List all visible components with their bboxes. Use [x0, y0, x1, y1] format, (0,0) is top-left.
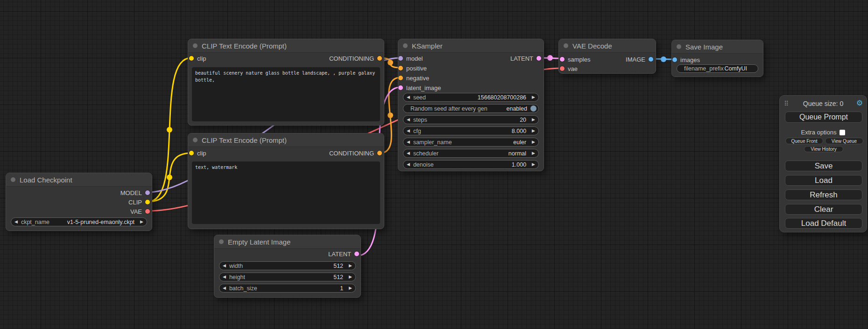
output-port-model[interactable]: [145, 190, 150, 195]
increment-arrow-icon[interactable]: ▶: [349, 275, 352, 279]
widget-filename-prefix[interactable]: filename_prefix ComfyUI: [677, 64, 758, 73]
extra-options-checkbox[interactable]: [840, 130, 845, 135]
node-title-bar[interactable]: Save Image: [672, 40, 763, 54]
output-port-latent[interactable]: [536, 56, 541, 61]
increment-arrow-icon[interactable]: ▶: [349, 286, 352, 290]
node-empty-latent-image[interactable]: Empty Latent Image LATENT ◀ width 512 ▶ …: [214, 235, 361, 298]
clear-button[interactable]: Clear: [785, 204, 862, 215]
node-title-bar[interactable]: KSampler: [398, 39, 543, 53]
increment-arrow-icon[interactable]: ▶: [532, 95, 535, 99]
port-row: images: [672, 55, 763, 64]
output-row: CONDITIONING: [188, 148, 384, 158]
node-title: Empty Latent Image: [228, 238, 290, 246]
input-port-positive[interactable]: [398, 66, 403, 70]
node-title-bar[interactable]: CLIP Text Encode (Prompt): [188, 39, 384, 53]
save-button[interactable]: Save: [785, 161, 862, 171]
load-button[interactable]: Load: [785, 175, 862, 186]
increment-arrow-icon[interactable]: ▶: [140, 220, 143, 224]
collapse-dot-icon[interactable]: [193, 43, 198, 48]
collapse-dot-icon[interactable]: [403, 43, 408, 48]
link-midpoint-dot: [388, 60, 393, 65]
increment-arrow-icon[interactable]: ▶: [532, 140, 535, 144]
widget-cfg[interactable]: ◀ cfg 8.000 ▶: [403, 126, 539, 135]
collapse-dot-icon[interactable]: [193, 138, 198, 142]
decrement-arrow-icon[interactable]: ◀: [407, 118, 410, 122]
node-title-bar[interactable]: Empty Latent Image: [214, 235, 360, 249]
link-midpoint-dot: [661, 56, 666, 62]
output-port-conditioning[interactable]: [377, 151, 382, 155]
widget-height[interactable]: ◀ height 512 ▶: [219, 273, 356, 281]
node-title-bar[interactable]: Load Checkpoint: [6, 173, 152, 187]
collapse-dot-icon[interactable]: [219, 239, 224, 244]
port-row: negative: [398, 73, 543, 83]
widget-ckpt-name[interactable]: ◀ ckpt_name v1-5-pruned-emaonly.ckpt ▶: [11, 217, 147, 226]
node-title: CLIP Text Encode (Prompt): [202, 136, 287, 144]
output-row: CONDITIONING: [188, 54, 384, 63]
decrement-arrow-icon[interactable]: ◀: [223, 275, 226, 279]
collapse-dot-icon[interactable]: [677, 44, 681, 49]
widget-sampler-name[interactable]: ◀ sampler_name euler ▶: [403, 138, 539, 147]
input-port-negative[interactable]: [398, 76, 403, 80]
queue-front-button[interactable]: Queue Front: [785, 138, 823, 144]
output-port-conditioning[interactable]: [377, 56, 382, 61]
prompt-textarea[interactable]: beautiful scenery nature glass bottle la…: [192, 67, 380, 121]
output-port-latent[interactable]: [354, 252, 359, 256]
output-port-clip[interactable]: [145, 200, 150, 204]
node-clip-text-encode-negative[interactable]: CLIP Text Encode (Prompt) clip CONDITION…: [188, 133, 384, 229]
output-port-image[interactable]: [649, 57, 653, 62]
extra-options-row: Extra options: [780, 129, 867, 136]
decrement-arrow-icon[interactable]: ◀: [407, 140, 410, 144]
prompt-textarea[interactable]: text, watermark: [192, 161, 380, 224]
decrement-arrow-icon[interactable]: ◀: [14, 220, 18, 224]
node-ksampler[interactable]: KSampler model LATENT positive negative …: [398, 39, 544, 171]
decrement-arrow-icon[interactable]: ◀: [407, 95, 410, 99]
view-history-button[interactable]: View History: [804, 146, 843, 152]
output-row: LATENT: [398, 54, 543, 63]
widget-steps[interactable]: ◀ steps 20 ▶: [403, 115, 539, 124]
output-port-vae[interactable]: [145, 209, 150, 214]
decrement-arrow-icon[interactable]: ◀: [407, 162, 410, 167]
widget-width[interactable]: ◀ width 512 ▶: [219, 261, 356, 270]
port-row: positive: [398, 63, 543, 73]
extra-options-label: Extra options: [801, 129, 837, 136]
node-title-bar[interactable]: VAE Decode: [559, 39, 656, 53]
queue-panel: ⠿ Queue size: 0 ⚙ Queue Prompt Extra opt…: [779, 95, 867, 232]
decrement-arrow-icon[interactable]: ◀: [223, 286, 226, 290]
node-clip-text-encode-positive[interactable]: CLIP Text Encode (Prompt) clip CONDITION…: [188, 39, 384, 126]
node-title-bar[interactable]: CLIP Text Encode (Prompt): [188, 133, 384, 147]
load-default-button[interactable]: Load Default: [785, 218, 862, 229]
widget-random-seed-toggle[interactable]: Random seed after every gen enabled: [403, 104, 539, 113]
input-port-images[interactable]: [672, 57, 677, 62]
link-midpoint-dot: [547, 55, 553, 61]
input-port-vae[interactable]: [560, 66, 565, 71]
view-queue-button[interactable]: View Queue: [825, 138, 863, 144]
output-row: MODEL: [6, 188, 152, 197]
increment-arrow-icon[interactable]: ▶: [532, 151, 535, 155]
gear-icon[interactable]: ⚙: [856, 99, 863, 107]
decrement-arrow-icon[interactable]: ◀: [407, 129, 410, 133]
node-load-checkpoint[interactable]: Load Checkpoint MODEL CLIP VAE ◀ ckpt_na…: [6, 173, 152, 231]
queue-prompt-button[interactable]: Queue Prompt: [785, 112, 862, 123]
widget-batch-size[interactable]: ◀ batch_size 1 ▶: [219, 284, 356, 293]
output-row: IMAGE: [559, 55, 656, 64]
decrement-arrow-icon[interactable]: ◀: [223, 264, 226, 268]
input-port-latent-image[interactable]: [398, 85, 403, 90]
increment-arrow-icon[interactable]: ▶: [532, 118, 535, 122]
collapse-dot-icon[interactable]: [11, 177, 15, 182]
widget-seed[interactable]: ◀ seed 156680208700286 ▶: [403, 93, 539, 102]
widget-scheduler[interactable]: ◀ scheduler normal ▶: [403, 149, 539, 158]
widget-value: v1-5-pruned-emaonly.ckpt: [67, 219, 134, 225]
decrement-arrow-icon[interactable]: ◀: [407, 151, 410, 155]
collapse-dot-icon[interactable]: [564, 43, 568, 48]
port-row: vae: [559, 64, 656, 73]
output-row: VAE: [6, 207, 152, 216]
widget-denoise[interactable]: ◀ denoise 1.000 ▶: [403, 160, 539, 169]
widget-label: ckpt_name: [21, 219, 49, 225]
increment-arrow-icon[interactable]: ▶: [349, 264, 352, 268]
toggle-knob-icon[interactable]: [530, 105, 536, 112]
node-save-image[interactable]: Save Image images filename_prefix ComfyU…: [671, 40, 763, 77]
refresh-button[interactable]: Refresh: [785, 189, 862, 200]
increment-arrow-icon[interactable]: ▶: [532, 162, 535, 167]
increment-arrow-icon[interactable]: ▶: [532, 129, 535, 133]
node-vae-decode[interactable]: VAE Decode samples IMAGE vae: [558, 39, 656, 74]
